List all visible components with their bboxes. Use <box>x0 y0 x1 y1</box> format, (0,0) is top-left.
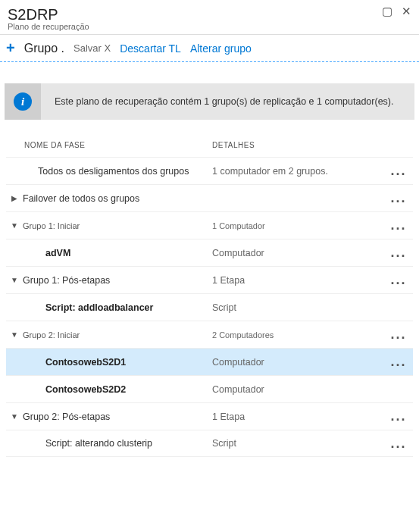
phase-cell: Failover de todos os grupos <box>23 193 212 204</box>
more-icon[interactable]: ... <box>387 272 410 288</box>
table-row[interactable]: ▼Grupo 2: Pós-etapas1 Etapa... <box>6 402 413 430</box>
details-cell: 1 Etapa <box>212 275 387 286</box>
details-cell: 2 Computadores <box>212 330 387 340</box>
more-icon[interactable]: ... <box>387 436 410 452</box>
table-row[interactable]: ▼Grupo 1: Pós-etapas1 Etapa... <box>6 266 413 293</box>
more-icon[interactable]: ... <box>387 354 410 370</box>
info-icon: i <box>14 92 32 111</box>
details-cell: 1 Etapa <box>212 412 387 422</box>
phase-cell: ContosowebS2D2 <box>23 384 212 395</box>
info-bar: i Este plano de recuperação contém 1 gru… <box>5 83 414 120</box>
phase-label: Script: addloadbalancer <box>23 302 153 313</box>
phase-cell: Grupo 1: Iniciar <box>23 221 212 230</box>
save-button[interactable]: Salvar X <box>73 42 111 54</box>
restore-icon[interactable]: ▢ <box>382 5 392 18</box>
expand-icon[interactable]: ▶ <box>6 194 23 202</box>
phase-cell: Todos os desligamentos dos grupos <box>23 166 212 177</box>
table-row[interactable]: Script: alterando clusteripScript... <box>6 430 413 457</box>
discard-button[interactable]: Descartar TL <box>120 42 181 55</box>
details-cell: Computador <box>212 384 387 395</box>
table-row[interactable]: adVMComputador... <box>6 239 413 266</box>
phase-label: Todos os desligamentos dos grupos <box>23 166 189 177</box>
phase-label: adVM <box>23 248 70 258</box>
phase-label: Grupo 2: Pós-etapas <box>23 412 110 422</box>
col-phase-header: NOME DA FASE <box>24 141 212 149</box>
table-row[interactable]: Todos os desligamentos dos grupos1 compu… <box>6 157 413 184</box>
phase-label: Grupo 1: Pós-etapas <box>23 275 110 286</box>
page-title: S2DRP <box>8 6 411 23</box>
details-cell: 1 Computador <box>212 221 387 230</box>
more-icon[interactable]: ... <box>387 190 410 206</box>
table-row[interactable]: ▼Grupo 1: Iniciar1 Computador... <box>6 211 413 239</box>
phase-label: Grupo 1: Iniciar <box>23 221 80 230</box>
phase-cell: Grupo 1: Pós-etapas <box>23 275 212 286</box>
info-icon-box: i <box>5 83 41 120</box>
details-cell: Script <box>212 302 387 313</box>
table-row[interactable]: Script: addloadbalancerScript <box>6 293 413 321</box>
phase-label: Grupo 2: Iniciar <box>23 330 80 340</box>
col-details-header: DETALHES <box>212 141 413 149</box>
window-controls: ▢ ✕ <box>382 5 411 18</box>
add-icon[interactable]: + <box>6 39 15 57</box>
table-header: NOME DA FASE DETALHES <box>6 135 413 157</box>
collapse-icon[interactable]: ▼ <box>6 330 23 339</box>
table-row[interactable]: ContosowebS2D2Computador <box>6 375 413 402</box>
phase-table: NOME DA FASE DETALHES Todos os desligame… <box>0 135 419 457</box>
more-icon[interactable]: ... <box>387 245 410 261</box>
phase-cell: Script: addloadbalancer <box>23 302 212 313</box>
phase-cell: Grupo 2: Pós-etapas <box>23 412 212 422</box>
phase-cell: Grupo 2: Iniciar <box>23 330 212 340</box>
change-group-button[interactable]: Alterar grupo <box>190 42 252 55</box>
page-subtitle: Plano de recuperação <box>8 22 411 31</box>
table-row[interactable]: ContosowebS2D1Computador... <box>6 348 413 375</box>
more-icon[interactable]: ... <box>387 217 410 233</box>
close-icon[interactable]: ✕ <box>402 5 411 18</box>
phase-label: ContosowebS2D1 <box>23 357 126 368</box>
toolbar: + Grupo . Salvar X Descartar TL Alterar … <box>0 35 419 62</box>
group-menu[interactable]: Grupo . <box>24 42 64 55</box>
more-icon[interactable]: ... <box>387 408 410 424</box>
table-row[interactable]: ▶Failover de todos os grupos... <box>6 184 413 211</box>
cancel-icon: X <box>105 42 111 54</box>
blade-header: ▢ ✕ S2DRP Plano de recuperação <box>0 0 419 35</box>
info-message: Este plano de recuperação contém 1 grupo… <box>55 96 393 107</box>
more-icon[interactable]: ... <box>387 163 410 179</box>
phase-cell: Script: alterando clusterip <box>23 438 212 449</box>
details-cell: Computador <box>212 248 387 258</box>
more-icon[interactable]: ... <box>387 327 410 343</box>
collapse-icon[interactable]: ▼ <box>6 221 23 230</box>
phase-cell: ContosowebS2D1 <box>23 357 212 368</box>
collapse-icon[interactable]: ▼ <box>6 412 23 421</box>
table-row[interactable]: ▼Grupo 2: Iniciar2 Computadores... <box>6 321 413 348</box>
phase-label: ContosowebS2D2 <box>23 384 126 395</box>
details-cell: 1 computador em 2 grupos. <box>212 166 387 177</box>
phase-label: Failover de todos os grupos <box>23 193 139 204</box>
collapse-icon[interactable]: ▼ <box>6 276 23 284</box>
phase-label: Script: alterando clusterip <box>23 438 152 449</box>
phase-cell: adVM <box>23 248 212 258</box>
details-cell: Computador <box>212 357 387 368</box>
details-cell: Script <box>212 438 387 449</box>
